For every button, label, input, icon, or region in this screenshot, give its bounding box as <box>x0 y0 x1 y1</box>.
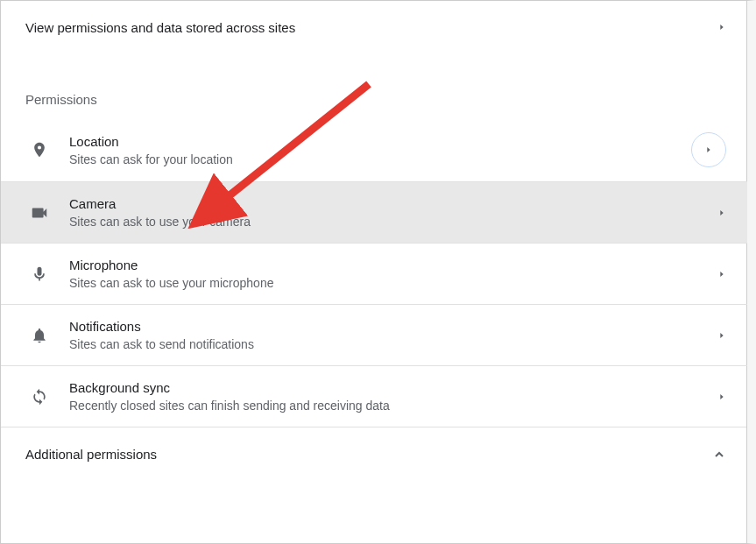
permission-description: Sites can ask to use your camera <box>69 215 717 229</box>
permission-description: Recently closed sites can finish sending… <box>69 399 717 413</box>
permission-row-camera[interactable]: Camera Sites can ask to use your camera <box>1 181 747 243</box>
location-icon <box>29 139 50 160</box>
permission-text: Microphone Sites can ask to use your mic… <box>69 258 717 290</box>
chevron-up-icon <box>712 448 726 462</box>
permission-label: Location <box>69 134 691 149</box>
permission-text: Location Sites can ask for your location <box>69 134 691 166</box>
chevron-right-icon <box>717 268 726 280</box>
permission-label: Notifications <box>69 319 717 334</box>
permission-text: Camera Sites can ask to use your camera <box>69 196 717 229</box>
additional-permissions-label: Additional permissions <box>25 447 157 462</box>
camera-icon <box>29 202 50 223</box>
chevron-right-icon <box>717 329 726 342</box>
permission-description: Sites can ask for your location <box>69 152 691 166</box>
permission-description: Sites can ask to send notifications <box>69 337 717 351</box>
view-permissions-label: View permissions and data stored across … <box>25 20 295 35</box>
permission-row-notifications[interactable]: Notifications Sites can ask to send noti… <box>1 304 747 365</box>
notifications-icon <box>29 325 50 346</box>
permission-row-location[interactable]: Location Sites can ask for your location <box>1 117 747 181</box>
additional-permissions-toggle[interactable]: Additional permissions <box>1 427 747 481</box>
permission-label: Microphone <box>69 258 717 272</box>
permission-label: Camera <box>69 196 717 211</box>
permission-text: Notifications Sites can ask to send noti… <box>69 319 717 351</box>
sync-icon <box>29 386 50 407</box>
permission-label: Background sync <box>69 380 717 395</box>
chevron-right-icon <box>717 207 726 219</box>
permission-row-background-sync[interactable]: Background sync Recently closed sites ca… <box>1 365 747 427</box>
view-permissions-link[interactable]: View permissions and data stored across … <box>1 1 747 53</box>
permissions-section-title: Permissions <box>1 71 747 117</box>
microphone-icon <box>29 264 50 285</box>
permission-text: Background sync Recently closed sites ca… <box>69 380 717 413</box>
chevron-right-icon <box>691 132 726 167</box>
permission-description: Sites can ask to use your microphone <box>69 276 717 290</box>
chevron-right-icon <box>717 21 726 33</box>
permission-row-microphone[interactable]: Microphone Sites can ask to use your mic… <box>1 243 747 304</box>
chevron-right-icon <box>717 391 726 403</box>
